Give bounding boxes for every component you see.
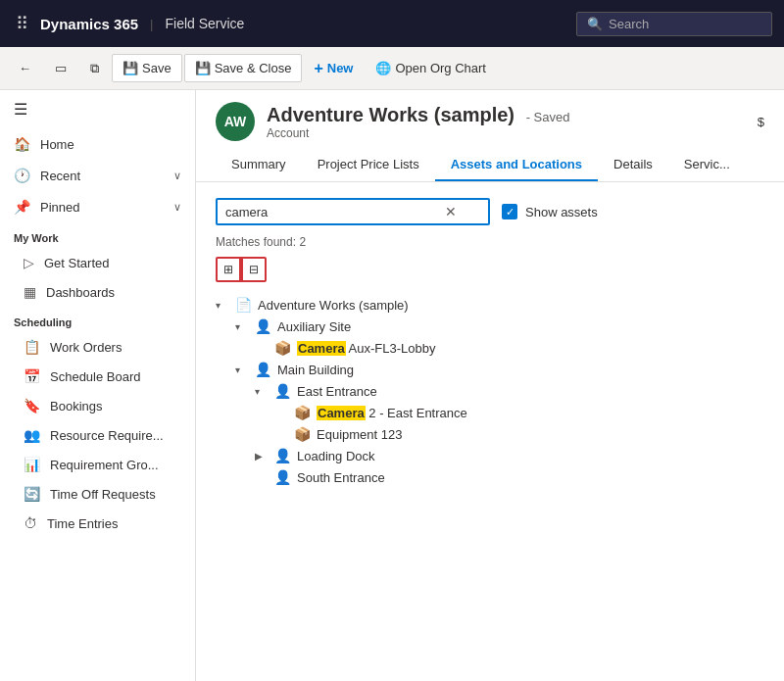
recent-icon: 🕐 xyxy=(14,168,30,183)
location-icon: 👤 xyxy=(274,448,291,463)
sidebar-item-time-off[interactable]: 🔄 Time Off Requests xyxy=(0,479,195,509)
tree-label-east-entrance: East Entrance xyxy=(297,384,377,399)
form-view-button[interactable]: ▭ xyxy=(44,54,77,82)
sidebar-item-work-orders[interactable]: 📋 Work Orders xyxy=(0,332,195,362)
location-icon: 👤 xyxy=(274,469,291,485)
pin-icon: 📌 xyxy=(14,199,30,215)
asset-icon: 📦 xyxy=(294,405,311,420)
new-tab-icon: ⧉ xyxy=(90,61,99,76)
save-button[interactable]: 💾 Save xyxy=(112,54,182,82)
sidebar-get-started-label: Get Started xyxy=(44,256,109,270)
sidebar-item-home[interactable]: 🏠 Home xyxy=(0,128,195,160)
top-nav: ⠿ Dynamics 365 | Field Service 🔍 Search xyxy=(0,0,784,47)
entrance-icon: 👤 xyxy=(274,383,291,399)
sidebar-item-get-started[interactable]: ▷ Get Started xyxy=(0,248,195,277)
global-search[interactable]: 🔍 Search xyxy=(576,12,772,36)
tree-node-south-entrance[interactable]: 👤 South Entrance xyxy=(216,466,764,488)
time-entries-icon: ⏱ xyxy=(24,515,37,531)
new-tab-button[interactable]: ⧉ xyxy=(79,54,110,83)
sidebar-item-resource-require[interactable]: 👥 Resource Require... xyxy=(0,420,195,450)
main-content: AW Adventure Works (sample) - Saved Acco… xyxy=(196,90,784,681)
show-assets-toggle[interactable]: ✓ Show assets xyxy=(502,204,598,219)
save-close-button[interactable]: 💾 Save & Close xyxy=(184,54,303,82)
bookings-icon: 🔖 xyxy=(24,398,40,413)
sidebar-time-entries-label: Time Entries xyxy=(47,516,118,531)
tab-service[interactable]: Servic... xyxy=(668,149,746,181)
avatar: AW xyxy=(216,102,255,141)
chevron-down-icon[interactable]: ▾ xyxy=(235,321,249,332)
document-icon: 📄 xyxy=(235,297,252,313)
chevron-down-icon: ∨ xyxy=(173,170,181,182)
expand-all-button[interactable]: ⊞ xyxy=(216,257,241,282)
tree-node-aux-site[interactable]: ▾ 👤 Auxiliary Site xyxy=(216,316,764,337)
chevron-down-icon[interactable]: ▾ xyxy=(235,365,249,375)
tree-node-camera-aux[interactable]: 📦 Camera Aux-FL3-Lobby xyxy=(216,337,764,359)
asset-search-input[interactable] xyxy=(225,205,441,219)
assets-panel: ✕ ✓ Show assets Matches found: 2 ⊞ ⊟ xyxy=(196,182,784,681)
highlight-text: Camera xyxy=(297,341,346,356)
new-button[interactable]: + New xyxy=(304,54,363,83)
tree-node-main-building[interactable]: ▾ 👤 Main Building xyxy=(216,359,764,380)
hamburger-button[interactable]: ☰ xyxy=(0,90,195,128)
sidebar-bookings-label: Bookings xyxy=(50,399,102,413)
main-layout: ☰ 🏠 Home 🕐 Recent ∨ 📌 Pinned ∨ My Work ▷… xyxy=(0,90,784,681)
section-my-work: My Work xyxy=(0,222,195,248)
section-scheduling: Scheduling xyxy=(0,307,195,332)
app-title: Dynamics 365 xyxy=(40,16,138,32)
tree-label-aux-site: Auxiliary Site xyxy=(277,319,351,334)
asset-icon: 📦 xyxy=(274,340,291,356)
org-chart-icon: 🌐 xyxy=(375,61,391,75)
tree-label-camera-aux: Camera Aux-FL3-Lobby xyxy=(297,341,435,356)
highlight-text: Camera xyxy=(317,406,366,420)
sidebar-schedule-board-label: Schedule Board xyxy=(50,369,141,384)
expand-icon: ⊞ xyxy=(223,263,233,276)
sidebar-item-requirement-gro[interactable]: 📊 Requirement Gro... xyxy=(0,450,195,479)
back-button[interactable]: ← xyxy=(8,54,42,82)
record-right-value: $ xyxy=(758,115,764,129)
search-row: ✕ ✓ Show assets xyxy=(216,198,764,225)
sidebar-item-dashboards[interactable]: ▦ Dashboards xyxy=(0,277,195,307)
sidebar-dashboards-label: Dashboards xyxy=(46,285,115,300)
asset-search-box[interactable]: ✕ xyxy=(216,198,490,225)
tab-details[interactable]: Details xyxy=(598,149,668,181)
tab-assets-locations[interactable]: Assets and Locations xyxy=(435,149,598,181)
chevron-down-icon: ∨ xyxy=(173,201,181,214)
sidebar-home-label: Home xyxy=(40,137,74,152)
tree-node-loading-dock[interactable]: ▶ 👤 Loading Dock xyxy=(216,445,764,466)
dashboard-icon: ▦ xyxy=(24,284,36,300)
chevron-right-icon[interactable]: ▶ xyxy=(255,451,269,462)
location-icon: 👤 xyxy=(255,318,271,334)
show-assets-checkbox[interactable]: ✓ xyxy=(502,204,517,219)
matches-found: Matches found: 2 xyxy=(216,235,764,249)
form-icon: ▭ xyxy=(55,61,67,75)
search-clear-icon[interactable]: ✕ xyxy=(445,204,457,219)
record-saved-status: - Saved xyxy=(526,110,570,124)
expand-collapse-controls: ⊞ ⊟ xyxy=(216,257,764,282)
command-bar: ← ▭ ⧉ 💾 Save 💾 Save & Close + New 🌐 Open… xyxy=(0,47,784,90)
tab-summary[interactable]: Summary xyxy=(216,149,302,181)
sidebar-resource-label: Resource Require... xyxy=(50,428,164,443)
sidebar-item-bookings[interactable]: 🔖 Bookings xyxy=(0,391,195,420)
tree-node-camera-east[interactable]: 📦 Camera 2 - East Entrance xyxy=(216,402,764,423)
collapse-all-button[interactable]: ⊟ xyxy=(241,257,267,282)
chevron-down-icon[interactable]: ▾ xyxy=(255,386,269,397)
record-type: Account xyxy=(267,126,569,140)
apps-grid-icon[interactable]: ⠿ xyxy=(12,9,32,38)
new-icon: + xyxy=(314,60,322,77)
building-icon: 👤 xyxy=(255,362,271,377)
sidebar-item-recent[interactable]: 🕐 Recent ∨ xyxy=(0,160,195,191)
sidebar-item-schedule-board[interactable]: 📅 Schedule Board xyxy=(0,362,195,391)
tab-project-price-lists[interactable]: Project Price Lists xyxy=(302,149,435,181)
sidebar-recent-label: Recent xyxy=(40,169,80,183)
save-close-icon: 💾 xyxy=(195,61,211,75)
tree-node-root[interactable]: ▾ 📄 Adventure Works (sample) xyxy=(216,294,764,316)
sidebar-item-time-entries[interactable]: ⏱ Time Entries xyxy=(0,509,195,538)
tree-node-east-entrance[interactable]: ▾ 👤 East Entrance xyxy=(216,380,764,402)
sidebar-item-pinned[interactable]: 📌 Pinned ∨ xyxy=(0,191,195,222)
show-assets-label: Show assets xyxy=(525,205,598,219)
tree-label-south-entrance: South Entrance xyxy=(297,470,385,485)
tree-node-equipment[interactable]: 📦 Equipment 123 xyxy=(216,423,764,445)
home-icon: 🏠 xyxy=(14,136,30,152)
org-chart-button[interactable]: 🌐 Open Org Chart xyxy=(365,54,497,82)
chevron-down-icon[interactable]: ▾ xyxy=(216,300,229,311)
